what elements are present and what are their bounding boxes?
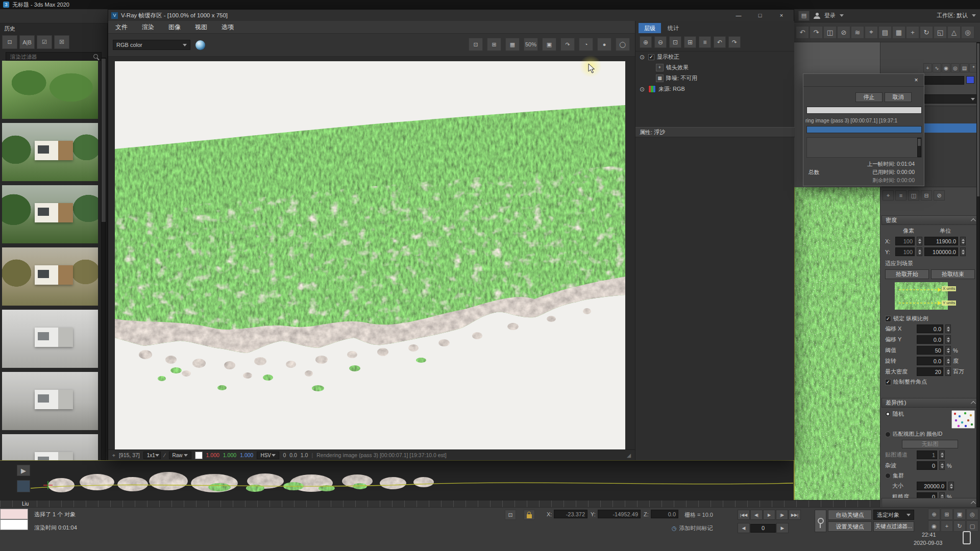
menu-render[interactable]: 渲染	[135, 21, 161, 33]
menu-file[interactable]: 文件	[108, 21, 135, 33]
stop-button[interactable]: 停止	[855, 92, 883, 102]
configure-stack-icon[interactable]: ⊘	[934, 190, 945, 201]
zoom-50-icon[interactable]: 50%	[524, 38, 538, 51]
offset-y-spinner[interactable]	[945, 335, 951, 344]
timeline[interactable]: Liu	[0, 500, 880, 507]
select-object-icon[interactable]: ⌖	[865, 26, 878, 39]
history-thumbnail[interactable]	[2, 185, 98, 243]
rollout-density[interactable]: 密度	[881, 215, 978, 225]
random-radio[interactable]	[885, 411, 891, 417]
clear-image-icon[interactable]: ↷	[560, 38, 575, 51]
coord-z-field[interactable]: 0.0	[651, 510, 678, 518]
rotation-field[interactable]: 0.0	[917, 357, 943, 365]
command-panel-scrollbar[interactable]	[976, 42, 980, 507]
select-link-icon[interactable]: ◫	[823, 26, 837, 39]
add-correction-icon[interactable]: ⊕	[640, 36, 652, 48]
viewport-play-button[interactable]: ▶	[17, 465, 30, 476]
density-x-units-field[interactable]: 11900.0	[924, 237, 958, 245]
display-tab-icon[interactable]: ▤	[960, 63, 969, 72]
density-y-units-spinner[interactable]	[960, 247, 966, 256]
orbit-icon[interactable]: ↻	[953, 520, 966, 532]
display-correction-checkbox[interactable]: ✓	[648, 54, 654, 60]
load-preset-icon[interactable]: ⊞	[684, 36, 696, 48]
scene-explorer-icon[interactable]: ▤	[798, 11, 810, 21]
maximize-button[interactable]: □	[751, 11, 769, 20]
play-icon[interactable]: ▶	[763, 510, 775, 520]
motion-tab-icon[interactable]: ◎	[951, 63, 960, 72]
maxscript-mini-listener-macro[interactable]	[0, 509, 28, 519]
select-move-icon[interactable]: +	[906, 26, 919, 39]
progress-log-box[interactable]	[806, 137, 922, 158]
modify-tab-icon[interactable]: ∿	[933, 63, 941, 72]
pick-end-button[interactable]: 拾取结束	[931, 269, 975, 279]
render-view[interactable]	[115, 61, 625, 450]
resize-grip-icon[interactable]: ◢	[627, 452, 631, 458]
select-by-name-icon[interactable]: ▤	[878, 26, 892, 39]
history-thumbnail[interactable]	[2, 372, 98, 430]
map-channel-spinner[interactable]	[939, 450, 945, 459]
save-image-icon[interactable]: ⊡	[469, 38, 483, 51]
dialog-close-icon[interactable]: ×	[911, 76, 922, 84]
noise-field[interactable]: 0	[917, 461, 937, 470]
bottom-viewport[interactable]: ▶	[0, 460, 794, 500]
zoom-all-icon[interactable]: ⊞	[941, 509, 953, 520]
workspace-caret-icon[interactable]	[972, 14, 976, 17]
go-end-icon[interactable]: ▶▶|	[789, 510, 801, 520]
tab-layers[interactable]: 层级	[639, 23, 661, 33]
remove-icon[interactable]: ☒	[54, 35, 69, 49]
max-density-spinner[interactable]	[945, 367, 951, 376]
object-color-swatch[interactable]	[966, 76, 974, 84]
history-thumbnail[interactable]	[2, 247, 98, 306]
lock-aspect-checkbox[interactable]: ✓	[885, 316, 891, 322]
size-field[interactable]: 20000.0	[917, 482, 946, 490]
history-filter[interactable]	[6, 52, 102, 61]
zoom-extents-icon[interactable]: ▣	[953, 509, 966, 520]
threshold-spinner[interactable]	[945, 346, 951, 355]
tab-stats[interactable]: 统计	[662, 23, 684, 33]
viewport-swatch-button[interactable]	[17, 480, 30, 492]
history-thumbnail[interactable]	[2, 434, 98, 460]
render-last-icon[interactable]: ◔	[579, 38, 593, 51]
size-spinner[interactable]	[948, 482, 954, 490]
undo-icon[interactable]: ↶	[796, 26, 809, 39]
region-render-icon[interactable]: ◯	[616, 38, 630, 51]
history-filter-input[interactable]	[9, 53, 88, 60]
selection-filter-dropdown[interactable]: 选定对象	[873, 510, 914, 520]
coord-x-field[interactable]: -23.372	[554, 510, 587, 518]
tree-row-display-correction[interactable]: ⊙ ✓ 显示校正	[635, 52, 794, 62]
select-rotate-icon[interactable]: ↻	[920, 26, 933, 39]
colorspace-dropdown[interactable]: HSV	[257, 452, 279, 459]
no-map-button[interactable]: 无贴图	[902, 440, 958, 448]
frame-next-icon[interactable]: ▶	[776, 523, 789, 533]
history-thumbnail[interactable]	[2, 310, 98, 368]
offset-y-field[interactable]: 0.0	[917, 335, 943, 344]
threshold-field[interactable]: 50	[917, 346, 943, 355]
frame-prev-icon[interactable]: ◀	[738, 523, 750, 533]
draw-corners-checkbox[interactable]: ✓	[885, 379, 891, 385]
frame-icon[interactable]: ▣	[542, 38, 556, 51]
auto-key-button[interactable]: 自动关键点	[828, 510, 872, 520]
minimize-button[interactable]: —	[729, 11, 748, 20]
menu-options[interactable]: 选项	[214, 21, 241, 33]
density-x-pixels-spinner[interactable]	[917, 237, 922, 245]
set-key-mode-button[interactable]	[815, 510, 826, 532]
sign-in-caret-icon[interactable]	[840, 14, 844, 17]
offset-x-field[interactable]: 0.0	[917, 324, 943, 333]
log-scrollbar[interactable]	[917, 138, 921, 157]
apply-icon[interactable]: ☑	[37, 35, 52, 49]
pixel-grid-icon[interactable]: ▦	[505, 38, 520, 51]
snap-toggle-icon[interactable]: △	[947, 26, 961, 39]
show-end-result-icon[interactable]: ≡	[895, 190, 906, 201]
dialog-titlebar[interactable]: ×	[803, 74, 924, 87]
color-space-globe-icon[interactable]	[195, 40, 205, 50]
history-thumbnail[interactable]	[2, 61, 98, 119]
rotation-spinner[interactable]	[945, 357, 951, 365]
zoom-extents-all-icon[interactable]: ◎	[966, 509, 978, 520]
coord-y-field[interactable]: -14952.49	[598, 510, 641, 518]
visibility-eye-icon[interactable]: ⊙	[639, 54, 646, 61]
fov-icon[interactable]: ◉	[928, 520, 940, 532]
workspace-label[interactable]: 工作区: 默认	[937, 12, 968, 19]
density-x-pixels-field[interactable]: 100	[895, 237, 915, 245]
add-time-tag[interactable]: ◷ 添加时间标记	[672, 524, 713, 532]
zoom-icon[interactable]: ⊕	[928, 509, 940, 520]
